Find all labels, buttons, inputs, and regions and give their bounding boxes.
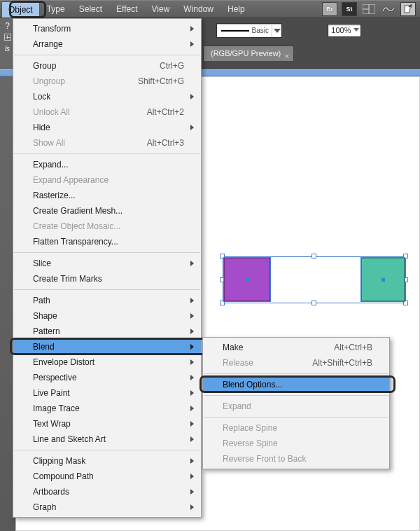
menu-item-label: Perspective bbox=[33, 373, 184, 382]
object-menu-item-path[interactable]: Path bbox=[13, 293, 201, 308]
menu-item-label: Compound Path bbox=[33, 471, 184, 481]
object-menu-item-line-and-sketch-art[interactable]: Line and Sketch Art bbox=[13, 432, 201, 447]
object-menu-item-shape[interactable]: Shape bbox=[13, 308, 201, 324]
blend-menu-item-blend-options[interactable]: Blend Options... bbox=[203, 377, 389, 392]
arrange-documents-icon[interactable] bbox=[361, 2, 377, 16]
object-menu-item-unlock-all: Unlock AllAlt+Ctrl+2 bbox=[13, 104, 201, 120]
menu-item-label: Make bbox=[223, 343, 313, 352]
anchor-point[interactable] bbox=[382, 278, 385, 282]
menu-item-label: Show All bbox=[33, 138, 126, 148]
separator bbox=[204, 395, 388, 396]
menu-type[interactable]: Type bbox=[40, 1, 72, 18]
object-menu-item-ungroup: UngroupShift+Ctrl+G bbox=[13, 74, 201, 89]
menu-item-label: Group bbox=[33, 61, 139, 71]
stroke-profile-dropdown[interactable]: Basic bbox=[216, 23, 282, 38]
menu-view[interactable]: View bbox=[145, 1, 177, 18]
menu-item-label: Live Paint bbox=[33, 388, 184, 398]
menu-item-label: Slice bbox=[33, 258, 184, 268]
object-menu-item-clipping-mask[interactable]: Clipping Mask bbox=[13, 453, 201, 469]
shortcut-label: Alt+Ctrl+2 bbox=[126, 107, 184, 117]
object-menu-item-pattern[interactable]: Pattern bbox=[13, 324, 201, 339]
separator bbox=[14, 252, 200, 253]
object-menu-item-arrange[interactable]: Arrange bbox=[13, 36, 201, 52]
object-menu-item-live-paint[interactable]: Live Paint bbox=[13, 385, 201, 401]
document-tab-label: (RGB/GPU Preview) bbox=[211, 49, 281, 57]
menu-object[interactable]: Object bbox=[1, 1, 40, 18]
menu-select[interactable]: Select bbox=[72, 1, 109, 18]
object-menu-item-slice[interactable]: Slice bbox=[13, 256, 201, 271]
stroke-preview bbox=[221, 30, 249, 32]
close-icon[interactable]: × bbox=[285, 49, 289, 64]
document-tab[interactable]: (RGB/GPU Preview) × bbox=[203, 46, 294, 61]
separator bbox=[14, 55, 200, 55]
object-menu-item-show-all: Show AllAlt+Ctrl+3 bbox=[13, 135, 201, 151]
menu-item-label: Image Trace bbox=[33, 404, 184, 413]
gpu-icon[interactable] bbox=[381, 2, 396, 16]
object-menu-item-rasterize[interactable]: Rasterize... bbox=[13, 188, 201, 203]
svg-marker-4 bbox=[274, 29, 281, 33]
selection-handle[interactable] bbox=[312, 301, 316, 305]
menu-item-label: Replace Spine bbox=[223, 423, 372, 433]
bridge-icon[interactable]: Br bbox=[322, 2, 337, 16]
menu-item-label: Pattern bbox=[33, 326, 184, 336]
menu-item-label: Expand bbox=[223, 401, 372, 411]
object-menu-item-image-trace[interactable]: Image Trace bbox=[13, 401, 201, 416]
object-menu-item-artboards[interactable]: Artboards bbox=[13, 484, 201, 499]
object-menu-item-hide[interactable]: Hide bbox=[13, 120, 201, 135]
object-menu-item-expand-appearance: Expand Appearance bbox=[13, 172, 201, 188]
opacity-input[interactable]: 100% bbox=[328, 24, 361, 37]
shortcut-label: Alt+Ctrl+3 bbox=[126, 138, 184, 148]
separator bbox=[14, 153, 200, 154]
object-menu-item-graph[interactable]: Graph bbox=[13, 499, 201, 515]
separator bbox=[14, 289, 200, 290]
blend-menu-item-replace-spine: Replace Spine bbox=[203, 420, 389, 436]
menu-effect[interactable]: Effect bbox=[109, 1, 144, 18]
search-icon[interactable] bbox=[400, 2, 416, 16]
object-menu: TransformArrangeGroupCtrl+GUngroupShift+… bbox=[13, 18, 202, 518]
stroke-profile-label: Basic bbox=[249, 27, 272, 34]
blend-menu-item-make[interactable]: MakeAlt+Ctrl+B bbox=[203, 340, 389, 355]
menu-item-label: Expand... bbox=[33, 160, 184, 170]
object-menu-item-flatten-transparency[interactable]: Flatten Transparency... bbox=[13, 234, 201, 249]
object-menu-item-transform[interactable]: Transform bbox=[13, 21, 201, 36]
selection-handle[interactable] bbox=[403, 301, 408, 305]
stock-icon[interactable]: St bbox=[342, 2, 357, 16]
object-menu-item-compound-path[interactable]: Compound Path bbox=[13, 469, 201, 484]
menu-item-label: Ungroup bbox=[33, 76, 117, 86]
object-menu-item-envelope-distort[interactable]: Envelope Distort bbox=[13, 354, 201, 370]
separator bbox=[204, 417, 388, 418]
object-menu-item-create-trim-marks[interactable]: Create Trim Marks bbox=[13, 271, 201, 287]
menu-window[interactable]: Window bbox=[176, 1, 220, 18]
menu-item-label: Clipping Mask bbox=[33, 456, 184, 466]
shortcut-label: Alt+Ctrl+B bbox=[313, 343, 372, 352]
object-menu-item-group[interactable]: GroupCtrl+G bbox=[13, 58, 201, 74]
menu-item-label: Blend Options... bbox=[223, 380, 372, 389]
menu-help[interactable]: Help bbox=[220, 1, 252, 18]
object-menu-item-create-gradient-mesh[interactable]: Create Gradient Mesh... bbox=[13, 203, 201, 219]
menu-item-label: Arrange bbox=[33, 39, 184, 49]
menu-item-label: Hide bbox=[33, 123, 184, 132]
menu-item-label: Expand Appearance bbox=[33, 175, 184, 185]
blend-menu-item-release: ReleaseAlt+Shift+Ctrl+B bbox=[203, 355, 389, 371]
selection-handle[interactable] bbox=[312, 254, 316, 258]
selection-handle[interactable] bbox=[220, 301, 225, 305]
object-menu-item-create-object-mosaic: Create Object Mosaic... bbox=[13, 219, 201, 234]
separator bbox=[14, 450, 200, 450]
expand-icon[interactable] bbox=[4, 34, 11, 41]
object-menu-item-blend[interactable]: Blend bbox=[13, 339, 201, 354]
anchor-point[interactable] bbox=[246, 278, 249, 282]
menu-item-label: Line and Sketch Art bbox=[33, 434, 184, 444]
object-menu-item-text-wrap[interactable]: Text Wrap bbox=[13, 416, 201, 432]
chevron-down-icon bbox=[354, 28, 359, 32]
menu-item-label: Shape bbox=[33, 311, 184, 321]
menu-item-label: Lock bbox=[33, 92, 184, 102]
object-menu-item-lock[interactable]: Lock bbox=[13, 89, 201, 104]
blend-menu-item-expand: Expand bbox=[203, 399, 389, 414]
menubar: Object Type Select Effect View Window He… bbox=[0, 0, 420, 18]
menu-item-label: Transform bbox=[33, 24, 184, 34]
object-menu-item-expand[interactable]: Expand... bbox=[13, 157, 201, 172]
menu-item-label: Path bbox=[33, 296, 184, 305]
menu-item-label: Artboards bbox=[33, 487, 184, 497]
blend-menu-item-reverse-spine: Reverse Spine bbox=[203, 436, 389, 451]
object-menu-item-perspective[interactable]: Perspective bbox=[13, 370, 201, 385]
